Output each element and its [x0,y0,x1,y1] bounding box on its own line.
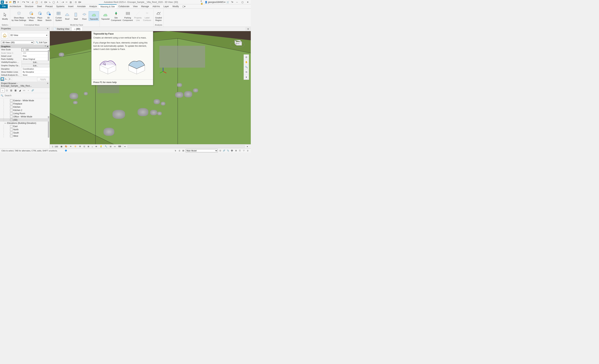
sb-6-icon[interactable]: ☷ [238,149,241,152]
tree-elevation-item[interactable]: West [0,134,50,138]
browser-tab6-icon[interactable]: ▫ [26,88,30,92]
help-icon[interactable]: ?▾ [230,0,234,4]
sb-zero-icon[interactable]: :0 [178,149,181,152]
ribbon-floor-face-button[interactable]: Floor [80,11,89,21]
prop-value[interactable]: By Discipline [21,70,50,73]
tab-options[interactable]: ▢▾ [181,4,187,8]
vc-sun-icon[interactable]: ☀ [69,145,72,148]
tab-annotate[interactable]: Annotate [75,4,88,8]
tab-layer[interactable]: Layer [162,4,171,8]
qat-thin-icon[interactable]: ▤ [69,0,72,4]
ribbon-cube-plus-button[interactable]: +In-PlaceMass [27,10,35,22]
ribbon-tree-button[interactable]: SiteComponent [110,10,122,22]
type-dropdown[interactable]: 3D View▾ [9,33,48,37]
tab-structure[interactable]: Structure [23,4,35,8]
vc-temp-icon[interactable]: 👁 [95,145,98,148]
qat-views-icon[interactable]: ▦ [5,0,8,4]
prop-value[interactable]: 1 : 100 [21,48,50,51]
qat-redo-icon[interactable]: ↷▾ [26,0,29,4]
qat-measure-icon[interactable]: 📋 [35,0,38,4]
tab-steel[interactable]: Steel [35,4,44,8]
close-browser-icon[interactable]: ✕ [47,82,49,87]
prop-value[interactable]: Show Original [21,58,50,60]
vc-detail-icon[interactable]: ▦ [60,145,63,148]
tab-massing-site[interactable]: Massing & Site [99,4,117,8]
nav-more-icon[interactable]: ▾ [244,75,249,80]
qat-section-icon[interactable]: ◯ [52,0,55,4]
vc-reveal-icon[interactable]: 💡 [99,145,103,148]
qat-sync-icon[interactable]: ⟳ [17,0,20,4]
qat-print-icon[interactable]: 🖨 [31,0,34,4]
properties-scrollbar[interactable] [48,50,49,61]
qat-section2-icon[interactable]: ✂ [65,0,68,4]
tree-view-item[interactable]: {3D} [0,118,50,121]
prop-sort-az-icon[interactable]: A↓ [4,77,8,81]
vc-prop-icon[interactable]: 🔧 [104,145,108,148]
sb-2-icon[interactable]: 🔗 [222,149,226,152]
scale-display[interactable]: 1 : 100 [51,145,59,148]
tab-precast[interactable]: Precast [44,4,54,8]
minimize-button[interactable]: ─ [235,0,239,4]
vc-analytical-icon[interactable]: ▭ [113,145,116,148]
ribbon-parking-button[interactable]: ParkingComponent [122,10,133,22]
tab-view[interactable]: View [131,4,139,8]
sb-3-icon[interactable]: 📎 [226,149,230,152]
prop-value[interactable]: 100 [21,51,50,54]
3d-viewport[interactable]: FRONT ◎ ✋ 🔍 ⟲ ▾ Toposolid by Face Create… [50,31,251,149]
tab-starting-view[interactable]: 📄 Starting View [51,27,72,31]
sb-4-icon[interactable]: ➕ [230,149,234,152]
close-properties-icon[interactable]: ✕ [47,27,49,30]
tree-view-item[interactable]: Fireplace [0,102,50,105]
vc-crop2-icon[interactable]: ⊞ [87,145,90,148]
prop-value[interactable]: Edit... [21,64,50,67]
sb-select-icon[interactable]: 🖱 [174,149,177,152]
prop-sort-za-icon[interactable]: Z↓ [9,77,12,81]
ribbon-topo-face-button[interactable]: Toposolid [89,11,99,21]
close-button[interactable]: ✕ [245,0,250,4]
browser-tab3-icon[interactable]: ▦ [13,88,17,92]
tree-view-item[interactable]: Living Room [0,112,50,115]
qat-3d-icon[interactable]: ⌂▾ [61,0,64,4]
ribbon-grid-face-button[interactable]: CurtainSystem [54,10,63,22]
sb-5-icon[interactable]: ⊞ [234,149,238,152]
modify-button[interactable]: Modify [1,11,9,21]
tree-view-item[interactable]: Office - White Mode [0,115,50,118]
prop-filter-icon[interactable]: 📊 [0,77,4,81]
qat-dim-icon[interactable]: ⊟▾ [44,0,47,4]
tab-addins[interactable]: Add-Ins [151,4,162,8]
vc-render-icon[interactable]: ⚙ [79,145,82,148]
qat-undo-icon[interactable]: ↶▾ [22,0,25,4]
sb-1-icon[interactable]: ⊡ [219,149,222,152]
qat-tag-icon[interactable]: ↘ [48,0,51,4]
nav-wheel-icon[interactable]: ◎ [244,55,249,59]
qat-align-icon[interactable]: ⊏ [40,0,44,4]
status-worksets-icon[interactable]: 🔷 [65,149,67,152]
tree-view-item[interactable]: Kitchen 2 [0,109,50,112]
prop-value[interactable]: Edit... [21,61,50,64]
tab-modify[interactable]: Modify [171,4,181,8]
browser-home-icon[interactable]: ⌂ [0,88,4,92]
sb-filter-icon[interactable]: ▽ [242,149,245,152]
select-group-label[interactable]: Select [0,24,10,27]
qat-save-icon[interactable]: 💾 [13,0,16,4]
workset-combo[interactable]: Main Model [185,149,218,152]
tree-elevation-item[interactable]: North [0,128,50,131]
nav-pan-icon[interactable]: ✋ [244,59,249,65]
tab-insert[interactable]: Insert [66,4,75,8]
ribbon-cube-f-button[interactable]: F3DSketch [44,10,53,22]
qat-close-icon[interactable]: ⊡ [74,0,78,4]
browser-tab4-icon[interactable]: ◢ [18,88,22,92]
qat-open-icon[interactable]: 📂 [9,0,12,4]
tab-collaborate[interactable]: Collaborate [117,4,131,8]
ribbon-wall-face-button[interactable]: Wall [71,11,80,21]
ribbon-graded-button[interactable]: GradedRegion [154,10,163,22]
tab-analyze[interactable]: Analyze [88,4,99,8]
tree-elevation-item[interactable]: East [0,125,50,128]
vc-constraint-icon[interactable]: ⊟ [109,145,112,148]
type-selector[interactable]: 3D View▾ [0,31,50,40]
nav-zoom-icon[interactable]: 🔍 [244,65,249,70]
prop-value[interactable]: Fine [21,55,50,58]
search-icon[interactable]: ◂ 🔒 [201,0,204,4]
ribbon-roof-face-button[interactable]: Roof [63,11,71,21]
vc-shadow-icon[interactable]: 🔅 [73,145,77,148]
